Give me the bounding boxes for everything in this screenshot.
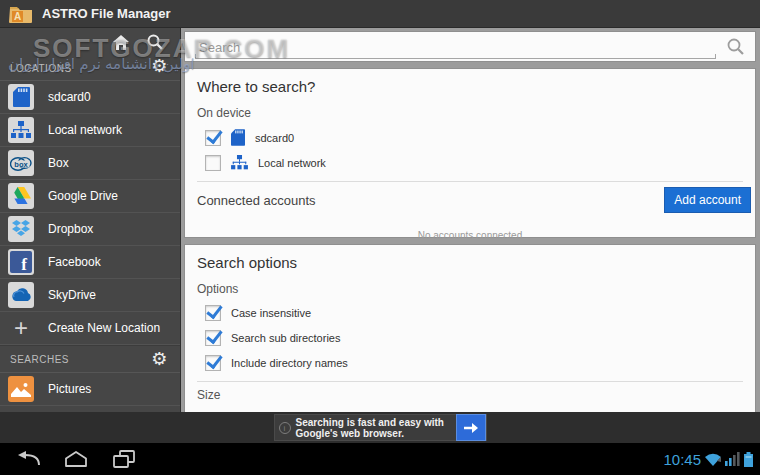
toast-strip: i Searching is fast and easy with Google…: [0, 412, 760, 443]
divider: [197, 181, 743, 182]
options-label: Options: [197, 282, 743, 296]
size-greater-than-input[interactable]: Size greater than: [197, 408, 567, 412]
search-input[interactable]: Search: [195, 35, 716, 59]
device-label: sdcard0: [255, 132, 294, 144]
google-drive-icon: [8, 183, 34, 209]
svg-text:f: f: [21, 255, 27, 273]
option-row-directory-names[interactable]: Include directory names: [197, 355, 743, 371]
astro-app-icon: A: [9, 4, 33, 23]
sidebar-item-label: Facebook: [48, 255, 101, 269]
where-to-search-title: Where to search?: [197, 78, 743, 95]
wifi-icon: [705, 453, 721, 466]
search-options-card: Search options Options Case insensitive …: [184, 244, 756, 412]
sidebar-item-box[interactable]: box Box: [0, 147, 180, 180]
sidebar-item-facebook[interactable]: f Facebook: [0, 246, 180, 279]
device-row-local-network[interactable]: Local network: [197, 155, 743, 171]
toast-go-button[interactable]: [456, 414, 486, 441]
sidebar-item-pictures[interactable]: Pictures: [0, 373, 180, 406]
network-icon: [231, 155, 248, 171]
signal-icon: [725, 452, 740, 466]
sdcard0-checkbox[interactable]: [205, 130, 221, 146]
option-row-sub-directories[interactable]: Search sub directories: [197, 330, 743, 346]
option-label: Include directory names: [231, 357, 348, 369]
sidebar-item-local-network[interactable]: Local network: [0, 114, 180, 147]
device-label: Local network: [258, 157, 326, 169]
sidebar-item-label: Pictures: [48, 382, 91, 396]
toast-text: Searching is fast and easy with Google's…: [296, 417, 448, 439]
no-accounts-text: No accounts connected: [197, 230, 743, 241]
sidebar-item-label: Dropbox: [48, 222, 93, 236]
box-icon: box: [8, 150, 34, 176]
include-directory-names-checkbox[interactable]: [205, 355, 221, 371]
sidebar-item-label: SkyDrive: [48, 288, 96, 302]
recents-button[interactable]: [110, 448, 138, 470]
network-icon: [8, 117, 34, 143]
svg-text:A: A: [14, 11, 21, 22]
size-unit-spinner[interactable]: KB: [594, 408, 743, 412]
facebook-icon: f: [8, 249, 34, 275]
info-icon: i: [279, 422, 291, 434]
pictures-icon: [8, 376, 34, 402]
sdcard-icon: [231, 129, 245, 146]
locations-header: LOCATIONS ⚙: [0, 56, 180, 81]
divider: [197, 381, 743, 382]
searches-settings-gear-icon[interactable]: ⚙: [151, 350, 168, 368]
device-row-sdcard0[interactable]: sdcard0: [197, 129, 743, 146]
sidebar-item-label: Box: [48, 156, 69, 170]
case-insensitive-checkbox[interactable]: [205, 305, 221, 321]
local-network-checkbox[interactable]: [205, 155, 221, 171]
sidebar-item-label: sdcard0: [48, 90, 91, 104]
status-cluster: 10:45: [663, 443, 753, 475]
connected-accounts-label: Connected accounts: [197, 193, 316, 208]
plus-icon: +: [8, 317, 34, 339]
svg-text:box: box: [14, 160, 28, 169]
main-panel: Search Where to search? On device sdcard…: [181, 28, 760, 412]
sidebar-item-dropbox[interactable]: Dropbox: [0, 213, 180, 246]
skydrive-icon: [8, 282, 34, 308]
sidebar-item-label: Google Drive: [48, 189, 118, 203]
app-bar: A ASTRO File Manager: [0, 0, 760, 28]
option-label: Case insensitive: [231, 307, 311, 319]
home-icon[interactable]: [112, 34, 130, 51]
home-button[interactable]: [62, 448, 90, 470]
google-search-toast: i Searching is fast and easy with Google…: [274, 414, 487, 441]
option-row-case-insensitive[interactable]: Case insensitive: [197, 305, 743, 321]
clock: 10:45: [663, 451, 701, 468]
sidebar-toolbar: [0, 28, 180, 56]
locations-header-label: LOCATIONS: [10, 63, 72, 74]
app-title: ASTRO File Manager: [42, 6, 171, 21]
sidebar-item-label: Create New Location: [48, 321, 160, 335]
where-to-search-card: Where to search? On device sdcard0 Local…: [184, 68, 756, 238]
search-bar-card: Search: [184, 31, 756, 62]
searches-header: SEARCHES ⚙: [0, 345, 180, 373]
add-account-button[interactable]: Add account: [664, 187, 751, 213]
sidebar-item-google-drive[interactable]: Google Drive: [0, 180, 180, 213]
search-icon[interactable]: [726, 37, 745, 56]
battery-icon: [744, 452, 753, 467]
search-toolbar-icon[interactable]: [146, 33, 164, 51]
sidebar-item-sdcard0[interactable]: sdcard0: [0, 81, 180, 114]
sidebar-item-create-new-location[interactable]: + Create New Location: [0, 312, 180, 345]
dropbox-icon: [8, 216, 34, 242]
sidebar-item-skydrive[interactable]: SkyDrive: [0, 279, 180, 312]
search-sub-directories-checkbox[interactable]: [205, 330, 221, 346]
option-label: Search sub directories: [231, 332, 340, 344]
sidebar: LOCATIONS ⚙ sdcard0 Local network box Bo…: [0, 28, 181, 412]
on-device-label: On device: [197, 106, 743, 120]
back-button[interactable]: [14, 448, 42, 470]
sdcard-icon: [8, 84, 34, 110]
search-options-title: Search options: [197, 254, 743, 271]
size-label: Size: [197, 388, 743, 402]
searches-header-label: SEARCHES: [10, 354, 69, 365]
locations-settings-gear-icon[interactable]: ⚙: [151, 57, 168, 75]
android-navbar: 10:45: [0, 443, 760, 475]
sidebar-item-label: Local network: [48, 123, 122, 137]
